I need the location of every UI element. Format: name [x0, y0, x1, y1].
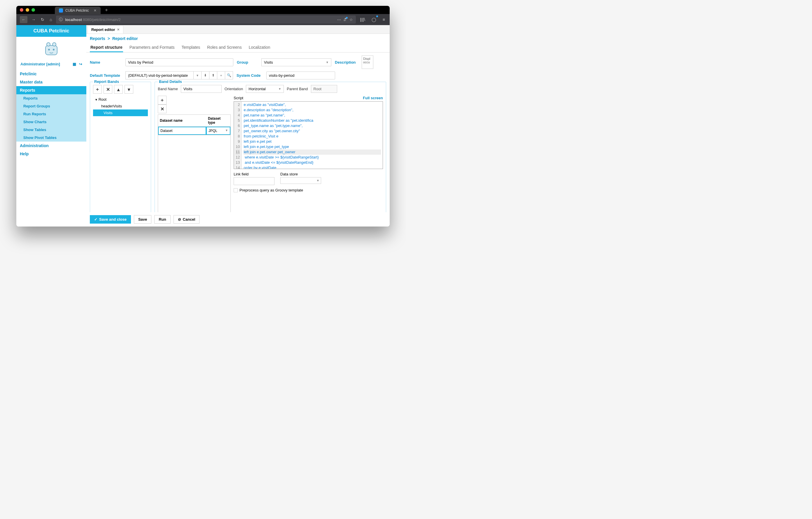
dataset-remove-button[interactable]: ✕ — [158, 105, 167, 113]
dataset-table: Dataset name Dataset type JPQL▼ — [158, 114, 231, 135]
syscode-input[interactable] — [266, 72, 335, 79]
tab-structure[interactable]: Report structure — [90, 43, 123, 52]
breadcrumb-root[interactable]: Reports — [90, 36, 105, 41]
save-button[interactable]: Save — [134, 215, 151, 224]
account-icon[interactable]: ◯ — [370, 16, 377, 23]
upload-icon[interactable]: ⬆ — [209, 71, 217, 79]
menu-icon[interactable]: ≡ — [381, 16, 386, 23]
template-dropdown-icon[interactable]: ▼ — [193, 71, 202, 79]
menu-petclinic[interactable]: Petclinic — [16, 70, 86, 78]
syscode-label: System Code — [236, 73, 263, 78]
cancel-button[interactable]: ⊘Cancel — [174, 215, 200, 224]
svg-point-2 — [53, 43, 56, 46]
tab-params[interactable]: Parameters and Formats — [129, 43, 175, 52]
tree-visits[interactable]: Visits — [93, 109, 148, 116]
parent-label: Parent Band — [287, 87, 308, 91]
sidebar: CUBA Petclinic Administrator [admin] ▦ ↪… — [16, 25, 86, 226]
home-button[interactable]: ⌂ — [49, 16, 53, 23]
group-value: Visits — [264, 60, 273, 64]
submenu-run-reports[interactable]: Run Reports — [16, 110, 86, 118]
browser-toolbar: ← → ↻ ⌂ ⓘ localhost:8080/petclinic/#main… — [16, 14, 390, 25]
submenu-show-charts[interactable]: Show Charts — [16, 118, 86, 126]
preprocess-label: Preprocess query as Groovy template — [239, 188, 303, 192]
menu-help[interactable]: Help — [16, 150, 86, 158]
info-icon[interactable]: ⓘ — [59, 17, 63, 22]
name-input[interactable] — [125, 58, 233, 66]
submenu-report-groups[interactable]: Report Groups — [16, 102, 86, 110]
bandname-input[interactable] — [181, 85, 222, 93]
add-template-icon[interactable]: ＋ — [217, 71, 225, 79]
band-down-button[interactable]: ▾ — [124, 85, 133, 94]
library-icon[interactable]: ∥∥\ — [359, 16, 366, 23]
shield-icon[interactable]: ⛐ — [343, 18, 347, 22]
grid-icon[interactable]: ▦ — [72, 62, 76, 66]
forward-button[interactable]: → — [30, 16, 37, 23]
band-add-button[interactable]: ＋ — [93, 85, 102, 94]
chevron-down-icon: ▼ — [278, 87, 281, 90]
submenu-show-pivot[interactable]: Show Pivot Tables — [16, 134, 86, 142]
ds-type-header[interactable]: Dataset type — [206, 115, 230, 127]
app-tab-close-icon[interactable]: ✕ — [117, 28, 120, 31]
tab-templates[interactable]: Templates — [181, 43, 201, 52]
link-field-input[interactable] — [234, 177, 274, 185]
svg-point-4 — [53, 49, 54, 50]
submenu-reports[interactable]: Reports — [16, 94, 86, 102]
fullscreen-button[interactable]: Full screen — [363, 96, 383, 100]
svg-point-1 — [47, 43, 50, 46]
chevron-down-icon: ▼ — [316, 179, 319, 182]
submenu-show-tables[interactable]: Show Tables — [16, 126, 86, 134]
band-remove-button[interactable]: ✕ — [104, 85, 112, 94]
browser-tab[interactable]: CUBA Petclinic ✕ — [55, 7, 100, 14]
group-select[interactable]: Visits ▼ — [261, 58, 331, 66]
breadcrumb: Reports > Report editor — [86, 34, 390, 42]
template-select[interactable]: (DEFAULT) visit-by-period-template — [125, 71, 194, 79]
bands-tree: Root headerVisits Visits — [93, 96, 148, 116]
tab-roles[interactable]: Roles and Screens — [206, 43, 242, 52]
tab-close-icon[interactable]: ✕ — [94, 8, 96, 12]
url-path: :8080/petclinic/#main/2 — [82, 18, 121, 22]
logout-icon[interactable]: ↪ — [79, 62, 82, 66]
run-button[interactable]: Run — [154, 215, 170, 224]
new-tab-button[interactable]: ＋ — [104, 7, 109, 13]
line-gutter: 234567891011121314 — [234, 102, 242, 169]
menu-master-data[interactable]: Master data — [16, 78, 86, 86]
more-icon[interactable]: ⋯ — [337, 18, 341, 22]
window-minimize[interactable] — [26, 8, 29, 12]
ds-name-input[interactable] — [159, 127, 206, 134]
code-area[interactable]: e.visitDate as "visitDate",e.description… — [242, 102, 383, 169]
reload-button[interactable]: ↻ — [40, 16, 46, 23]
tree-root[interactable]: Root — [93, 96, 148, 103]
breadcrumb-current: Report editor — [112, 36, 138, 41]
window-maximize[interactable] — [31, 8, 35, 12]
menu-administration[interactable]: Administration — [16, 142, 86, 150]
user-label[interactable]: Administrator [admin] — [21, 62, 60, 66]
orientation-select[interactable]: Horizontal ▼ — [246, 85, 284, 93]
ds-name-header[interactable]: Dataset name — [158, 115, 206, 127]
data-store-label: Data store — [280, 172, 321, 176]
preprocess-checkbox[interactable] — [234, 188, 238, 192]
download-icon[interactable]: ⬇ — [201, 71, 209, 79]
tree-header-visits[interactable]: headerVisits — [93, 103, 148, 109]
band-up-button[interactable]: ▴ — [114, 85, 123, 94]
window-titlebar: CUBA Petclinic ✕ ＋ — [16, 6, 390, 14]
inner-tabs: Report structure Parameters and Formats … — [86, 42, 390, 53]
description-box[interactable]: Displ occu — [362, 55, 373, 69]
address-bar[interactable]: ⓘ localhost:8080/petclinic/#main/2 ⋯ ⛐ ☆ — [56, 16, 355, 24]
search-icon[interactable]: 🔍 — [225, 71, 233, 79]
back-button[interactable]: ← — [20, 16, 27, 23]
bookmark-icon[interactable]: ☆ — [349, 18, 353, 22]
ds-type-select[interactable]: JPQL▼ — [207, 127, 230, 134]
orientation-value: Horizontal — [249, 87, 266, 91]
dataset-add-button[interactable]: ＋ — [158, 96, 167, 105]
tab-localization[interactable]: Localization — [248, 43, 271, 52]
data-store-select[interactable]: ▼ — [280, 177, 321, 184]
window-close[interactable] — [20, 8, 23, 12]
menu-reports[interactable]: Reports — [16, 86, 86, 94]
template-value: (DEFAULT) visit-by-period-template — [128, 73, 188, 78]
save-close-button[interactable]: ✓Save and close — [90, 215, 131, 224]
parent-value: Root — [311, 85, 337, 93]
url-host: localhost — [65, 18, 82, 22]
script-editor[interactable]: 234567891011121314 e.visitDate as "visit… — [234, 101, 383, 169]
app-tab-report-editor[interactable]: Report editor ✕ — [87, 25, 123, 33]
orientation-label: Orientation — [225, 87, 243, 91]
